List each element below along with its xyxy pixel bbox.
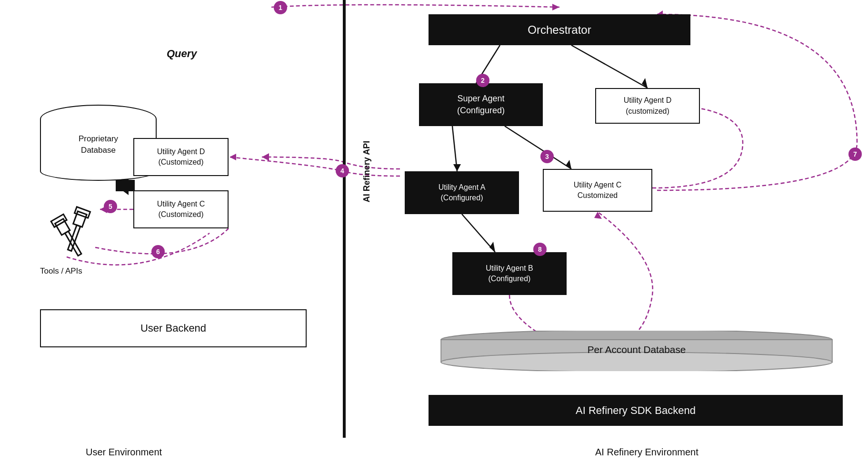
per-account-db-disk: Per Account Database <box>429 331 845 371</box>
badge-1: 1 <box>274 1 287 14</box>
svg-marker-10 <box>489 242 495 252</box>
svg-rect-18 <box>55 219 70 235</box>
refinery-env-label: AI Refinery Environment <box>595 447 698 458</box>
badge-4: 4 <box>336 164 349 177</box>
utility-agent-d-right: Utility Agent D (customized) <box>595 88 700 124</box>
svg-marker-17 <box>594 212 602 219</box>
svg-point-26 <box>441 352 832 371</box>
super-agent-label: Super Agent (Configured) <box>457 93 505 117</box>
badge-3: 3 <box>540 150 554 163</box>
user-env-label: User Environment <box>86 447 162 458</box>
api-label: AI Refinery API <box>362 141 372 202</box>
orchestrator-label: Orchestrator <box>528 23 591 37</box>
utility-agent-c-right: Utility Agent C Customized <box>543 169 652 212</box>
utility-agent-b-box: Utility Agent B (Configured) <box>452 252 567 295</box>
svg-marker-12 <box>262 153 269 161</box>
utility-agent-d-left: Utility Agent D(Customized) <box>133 138 229 176</box>
utility-agent-c-left: Utility Agent C(Customized) <box>133 190 229 228</box>
svg-line-7 <box>505 126 571 169</box>
orchestrator-box: Orchestrator <box>429 14 690 45</box>
utility-agent-a-box: Utility Agent A (Configured) <box>405 171 519 214</box>
tools-icon <box>40 200 111 262</box>
svg-line-5 <box>452 126 457 171</box>
svg-marker-8 <box>566 160 571 169</box>
svg-line-9 <box>462 214 495 252</box>
user-backend-label: User Backend <box>140 322 206 334</box>
svg-marker-0 <box>552 4 559 10</box>
user-backend-box: User Backend <box>40 309 307 347</box>
diagram-container: AI Refinery API Query Proprietary Databa… <box>0 0 868 472</box>
badge-8: 8 <box>533 243 547 256</box>
svg-text:Per Account Database: Per Account Database <box>588 344 686 355</box>
divider-line <box>343 0 346 438</box>
sdk-backend-box: AI Refinery SDK Backend <box>429 395 843 426</box>
svg-marker-13 <box>229 154 236 160</box>
sdk-backend-label: AI Refinery SDK Backend <box>576 404 696 417</box>
badge-7: 7 <box>848 148 862 161</box>
svg-line-3 <box>571 45 648 88</box>
query-label: Query <box>167 48 197 60</box>
badge-2: 2 <box>476 74 489 87</box>
super-agent-box: Super Agent (Configured) <box>419 83 543 126</box>
badge-5: 5 <box>104 200 117 213</box>
badge-6: 6 <box>151 245 165 258</box>
tools-label: Tools / APIs <box>40 266 82 276</box>
svg-marker-4 <box>642 78 648 88</box>
svg-marker-6 <box>453 164 461 171</box>
